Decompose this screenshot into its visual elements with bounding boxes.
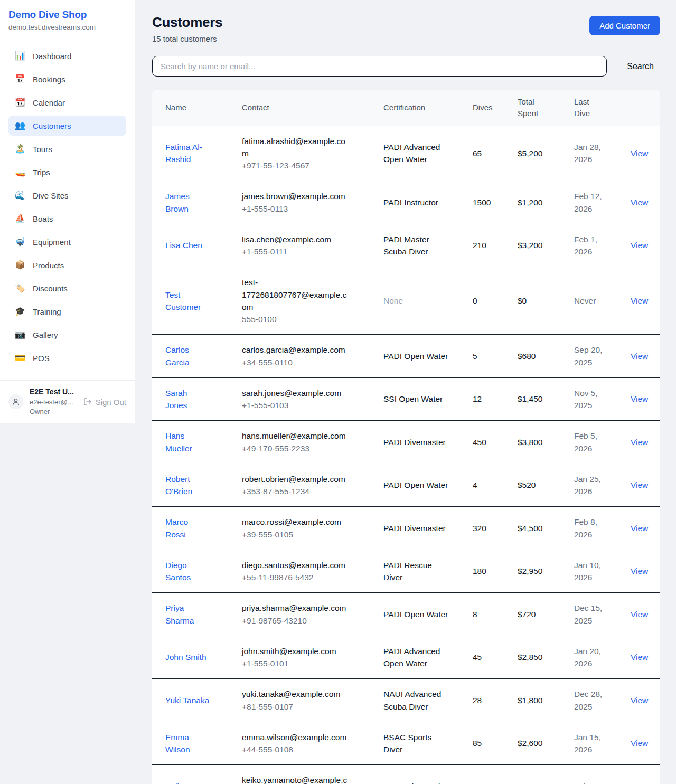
view-link[interactable]: View — [631, 296, 648, 305]
customer-phone: +1-555-0101 — [242, 657, 350, 669]
view-link[interactable]: View — [631, 438, 648, 447]
customers-table: Name Contact Certification Dives Total S… — [152, 90, 660, 784]
customer-certification: PADI Rescue Diver — [383, 561, 432, 582]
view-link[interactable]: View — [631, 524, 648, 533]
customer-name-link[interactable]: Carlos Garcia — [165, 345, 190, 366]
customer-email: hans.mueller@example.com — [242, 430, 350, 442]
customer-name-link[interactable]: Marco Rossi — [165, 517, 188, 539]
sidebar-nav: 📊 Dashboard 📅 Bookings 📆 Calendar 👥 Cust… — [0, 39, 135, 380]
sidebar-item-customers[interactable]: 👥 Customers — [8, 116, 126, 136]
view-link[interactable]: View — [631, 241, 648, 250]
table-row: Emma Wilson emma.wilson@example.com +44-… — [152, 722, 660, 765]
view-link[interactable]: View — [631, 566, 648, 575]
customer-certification: PADI Open Water — [383, 480, 448, 489]
view-link[interactable]: View — [631, 394, 648, 403]
customer-email: robert.obrien@example.com — [242, 473, 350, 485]
customer-name-link[interactable]: Sarah Jones — [165, 389, 187, 410]
customer-name-link[interactable]: James Brown — [165, 192, 190, 213]
trips-icon: 🚤 — [15, 168, 25, 176]
sidebar-item-products[interactable]: 📦 Products — [8, 255, 126, 275]
view-link[interactable]: View — [631, 149, 648, 158]
customer-total-spent: $1,200 — [518, 198, 542, 207]
customer-last-dive: Feb 12, 2026 — [574, 192, 602, 213]
column-header-total-spent: Total Spent — [504, 90, 561, 126]
view-link[interactable]: View — [631, 696, 648, 705]
sidebar-item-boats[interactable]: ⛵ Boats — [8, 209, 126, 229]
customer-name-link[interactable]: Yuki Tanaka — [165, 696, 209, 705]
view-link[interactable]: View — [631, 653, 648, 662]
customer-phone: +81-555-0107 — [242, 701, 350, 713]
table-row: Keiko Yamamoto keiko.yamamoto@example.co… — [152, 765, 660, 784]
sidebar-item-label: Calendar — [33, 98, 65, 107]
customer-total-spent: $3,800 — [518, 438, 542, 447]
customer-name-link[interactable]: Diego Santos — [165, 561, 191, 582]
sidebar-item-label: Products — [33, 261, 64, 270]
customers-table-card: Name Contact Certification Dives Total S… — [152, 90, 660, 784]
discounts-icon: 🏷️ — [15, 284, 25, 292]
sidebar-item-label: Training — [33, 307, 61, 316]
sidebar-item-bookings[interactable]: 📅 Bookings — [8, 69, 126, 89]
tours-icon: 🏝️ — [15, 145, 25, 153]
view-link[interactable]: View — [631, 610, 648, 619]
customer-certification: SSI Open Water — [383, 394, 443, 403]
sign-out-label: Sign Out — [96, 398, 126, 407]
sidebar-item-label: Discounts — [33, 284, 68, 293]
sidebar-item-dive-sites[interactable]: 🌊 Dive Sites — [8, 185, 126, 205]
sidebar-item-pos[interactable]: 💳 POS — [8, 348, 126, 368]
customer-last-dive: Dec 15, 2025 — [574, 603, 602, 625]
customer-dives: 4 — [473, 480, 477, 489]
sidebar-item-dashboard[interactable]: 📊 Dashboard — [8, 46, 126, 66]
page-subtitle: 15 total customers — [152, 34, 222, 43]
customer-name-link[interactable]: Priya Sharma — [165, 603, 194, 625]
customer-email: yuki.tanaka@example.com — [242, 688, 350, 700]
customer-phone: +44-555-0108 — [242, 743, 350, 755]
sidebar-item-label: Gallery — [33, 330, 58, 339]
column-header-last-dive: Last Dive — [561, 90, 617, 126]
customer-total-spent: $2,950 — [518, 566, 542, 575]
person-icon — [12, 398, 20, 406]
customer-email: fatima.alrashid@example.com — [242, 135, 350, 160]
customer-certification: PADI Divemaster — [383, 524, 446, 533]
sidebar-item-label: Dashboard — [33, 52, 71, 61]
customer-last-dive: Feb 10, 2026 — [574, 782, 602, 784]
search-button[interactable]: Search — [621, 58, 660, 75]
view-link[interactable]: View — [631, 739, 648, 748]
customer-name-link[interactable]: Emma Wilson — [165, 733, 190, 754]
sidebar-item-calendar[interactable]: 📆 Calendar — [8, 92, 126, 112]
sidebar-item-gallery[interactable]: 📷 Gallery — [8, 325, 126, 345]
customer-name-link[interactable]: Robert O'Brien — [165, 475, 192, 496]
view-link[interactable]: View — [631, 198, 648, 207]
customer-phone: +91-98765-43210 — [242, 615, 350, 627]
sign-out-button[interactable]: Sign Out — [83, 398, 126, 407]
equipment-icon: 🤿 — [15, 238, 25, 246]
customers-table-body: Fatima Al-Rashid fatima.alrashid@example… — [152, 126, 660, 784]
customer-name-link[interactable]: John Smith — [165, 653, 206, 662]
customer-dives: 320 — [473, 524, 486, 533]
customer-certification: PADI Advanced Open Water — [383, 143, 440, 164]
sidebar-item-equipment[interactable]: 🤿 Equipment — [8, 232, 126, 252]
customer-total-spent: $4,500 — [518, 524, 542, 533]
customer-name-link[interactable]: Test Customer — [165, 290, 201, 311]
view-link[interactable]: View — [631, 352, 648, 361]
customer-certification: None — [383, 296, 403, 305]
view-link[interactable]: View — [631, 480, 648, 489]
customer-phone: +971-55-123-4567 — [242, 159, 350, 172]
sidebar-item-trips[interactable]: 🚤 Trips — [8, 162, 126, 182]
page-header: Customers 15 total customers Add Custome… — [152, 14, 660, 43]
customer-name-link[interactable]: Keiko Yamamoto — [165, 782, 204, 784]
customer-name-link[interactable]: Fatima Al-Rashid — [165, 143, 202, 164]
sidebar-item-tours[interactable]: 🏝️ Tours — [8, 139, 126, 159]
customer-last-dive: Dec 28, 2025 — [574, 689, 602, 711]
customer-name-link[interactable]: Hans Mueller — [165, 431, 192, 452]
customer-total-spent: $520 — [518, 480, 536, 489]
user-email: e2e-tester@... — [30, 398, 74, 407]
search-input[interactable] — [152, 56, 607, 77]
customers-icon: 👥 — [15, 121, 25, 130]
sidebar-item-training[interactable]: 🎓 Training — [8, 301, 126, 322]
customer-email: test-1772681807767@example.com — [242, 276, 350, 313]
customer-name-link[interactable]: Lisa Chen — [165, 241, 202, 250]
add-customer-button[interactable]: Add Customer — [589, 16, 660, 35]
sidebar-item-discounts[interactable]: 🏷️ Discounts — [8, 278, 126, 298]
customer-total-spent: $5,200 — [518, 149, 542, 158]
table-row: Diego Santos diego.santos@example.com +5… — [152, 550, 660, 593]
